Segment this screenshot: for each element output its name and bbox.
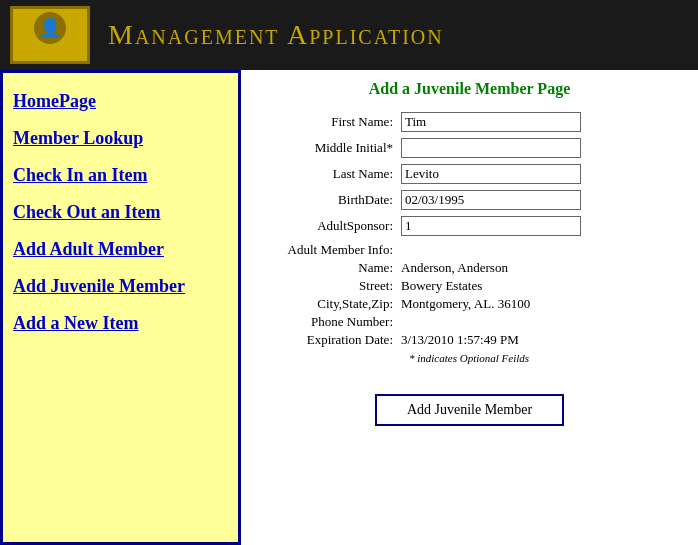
button-row: Add Juvenile Member (261, 394, 678, 446)
app-title: Management Application (108, 19, 444, 51)
adult-sponsor-input[interactable] (401, 216, 581, 236)
middle-initial-input[interactable] (401, 138, 581, 158)
birthdate-row: BirthDate: (281, 190, 678, 210)
sidebar-item-add-juvenile[interactable]: Add Juvenile Member (11, 268, 230, 305)
adult-street-label: Street: (281, 278, 401, 294)
sidebar-item-check-out[interactable]: Check Out an Item (11, 194, 230, 231)
logo-label: LIBRARY. (16, 48, 84, 60)
adult-phone-label: Phone Number: (281, 314, 401, 330)
adult-sponsor-row: AdultSponsor: (281, 216, 678, 236)
adult-street-row: Street: Bowery Estates (281, 278, 678, 294)
adult-expiration-value: 3/13/2010 1:57:49 PM (401, 332, 519, 348)
birthdate-label: BirthDate: (281, 192, 401, 208)
first-name-row: First Name: (281, 112, 678, 132)
page-title: Add a Juvenile Member Page (261, 80, 678, 98)
main-layout: HomePage Member Lookup Check In an Item … (0, 70, 698, 545)
adult-name-row: Name: Anderson, Anderson (281, 260, 678, 276)
last-name-label: Last Name: (281, 166, 401, 182)
sidebar-item-check-in[interactable]: Check In an Item (11, 157, 230, 194)
adult-info-header: Adult Member Info: (281, 242, 401, 258)
first-name-label: First Name: (281, 114, 401, 130)
logo: 👤 LIBRARY. (10, 6, 90, 64)
adult-info-section: Adult Member Info: Name: Anderson, Ander… (281, 242, 678, 348)
submit-button[interactable]: Add Juvenile Member (375, 394, 564, 426)
form-area: First Name: Middle Initial* Last Name: B… (281, 112, 678, 364)
content-area: Add a Juvenile Member Page First Name: M… (241, 70, 698, 545)
adult-info-header-row: Adult Member Info: (281, 242, 678, 258)
sidebar-item-member-lookup[interactable]: Member Lookup (11, 120, 230, 157)
last-name-input[interactable] (401, 164, 581, 184)
middle-initial-label: Middle Initial* (281, 140, 401, 156)
logo-icon: 👤 (32, 10, 68, 46)
adult-street-value: Bowery Estates (401, 278, 482, 294)
last-name-row: Last Name: (281, 164, 678, 184)
adult-expiration-label: Expiration Date: (281, 332, 401, 348)
birthdate-input[interactable] (401, 190, 581, 210)
sidebar: HomePage Member Lookup Check In an Item … (0, 70, 241, 545)
adult-city-row: City,State,Zip: Montgomery, AL. 36100 (281, 296, 678, 312)
optional-note: * indicates Optional Feilds (409, 352, 678, 364)
adult-phone-row: Phone Number: (281, 314, 678, 330)
sidebar-item-add-adult[interactable]: Add Adult Member (11, 231, 230, 268)
sidebar-item-home[interactable]: HomePage (11, 83, 230, 120)
adult-expiration-row: Expiration Date: 3/13/2010 1:57:49 PM (281, 332, 678, 348)
adult-city-value: Montgomery, AL. 36100 (401, 296, 530, 312)
adult-name-value: Anderson, Anderson (401, 260, 508, 276)
adult-name-label: Name: (281, 260, 401, 276)
middle-initial-row: Middle Initial* (281, 138, 678, 158)
adult-sponsor-label: AdultSponsor: (281, 218, 401, 234)
header: 👤 LIBRARY. Management Application (0, 0, 698, 70)
adult-city-label: City,State,Zip: (281, 296, 401, 312)
first-name-input[interactable] (401, 112, 581, 132)
sidebar-item-add-item[interactable]: Add a New Item (11, 305, 230, 342)
